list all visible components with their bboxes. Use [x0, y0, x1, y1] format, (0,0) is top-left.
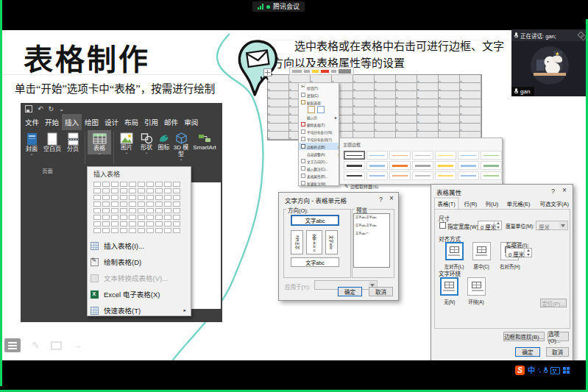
close-icon[interactable]: ×: [562, 186, 567, 194]
table-grid-cell[interactable]: [93, 188, 101, 193]
document-table-cell[interactable]: ¤: [417, 124, 439, 132]
table-grid-cell[interactable]: [111, 182, 118, 187]
slide-navigator-button[interactable]: [4, 338, 21, 352]
border-swatch[interactable]: [435, 161, 456, 170]
border-swatch[interactable]: [344, 171, 365, 180]
table-grid-cell[interactable]: [120, 195, 127, 200]
context-menu-item[interactable]: 平均分布各行(N): [299, 128, 339, 135]
keyboard-icon[interactable]: [550, 367, 560, 374]
table-grid-cell[interactable]: [120, 182, 127, 187]
document-table-cell[interactable]: ¤: [375, 107, 396, 115]
table-grid-cell[interactable]: [155, 228, 163, 233]
table-grid-cell[interactable]: [173, 202, 180, 207]
document-table-cell[interactable]: ¤: [439, 83, 460, 91]
page-break-button[interactable]: 分页: [63, 130, 82, 152]
document-table-cell[interactable]: ¤: [396, 107, 417, 115]
document-table-cell[interactable]: ¤: [439, 99, 460, 107]
document-table-cell[interactable]: ¤: [439, 124, 460, 132]
option-居中(C)[interactable]: 居中(C): [470, 242, 493, 271]
document-table-cell[interactable]: ¤: [396, 99, 417, 107]
table-grid-cell[interactable]: [155, 195, 163, 200]
table-grid-cell[interactable]: [102, 221, 110, 227]
table-grid-cell[interactable]: [111, 188, 118, 193]
document-table-cell[interactable]: ¤: [353, 124, 375, 132]
context-menu-item[interactable]: 边框样式(B)▸: [299, 143, 339, 150]
table-grid-cell[interactable]: [155, 208, 163, 213]
border-swatch[interactable]: [481, 161, 502, 170]
table-grid-cell[interactable]: [155, 182, 163, 187]
ribbon-tab-插入[interactable]: 插入: [62, 114, 82, 130]
table-grid-cell[interactable]: [102, 195, 110, 200]
table-grid-cell[interactable]: [93, 228, 101, 233]
context-menu-item[interactable]: 粘贴选项:: [299, 99, 339, 106]
document-table-cell[interactable]: ¤: [375, 75, 396, 83]
voice-input-icon[interactable]: [544, 367, 548, 374]
font-color-icon[interactable]: [321, 70, 329, 73]
table-grid-cell[interactable]: [111, 195, 118, 200]
table-grid-cell[interactable]: [129, 208, 136, 213]
menu-item[interactable]: 绘制表格(D): [88, 254, 191, 270]
option-环绕(A)[interactable]: 环绕(A): [465, 277, 487, 307]
table-grid-cell[interactable]: [138, 228, 145, 233]
table-grid-cell[interactable]: [146, 221, 154, 227]
save-icon[interactable]: [25, 105, 32, 113]
table-grid-cell[interactable]: [146, 195, 154, 200]
table-grid-cell[interactable]: [93, 195, 101, 200]
options-button[interactable]: 选项(O)...: [548, 332, 569, 341]
menu-item[interactable]: 快速表格(T)▸: [88, 302, 191, 318]
table-grid-cell[interactable]: [146, 202, 154, 207]
undo-icon[interactable]: ↶: [38, 104, 43, 114]
table-grid-cell[interactable]: [120, 215, 127, 220]
table-grid-cell[interactable]: [164, 228, 171, 233]
table-grid-cell[interactable]: [111, 208, 118, 213]
border-swatch[interactable]: [458, 161, 479, 170]
option-无(N)[interactable]: 无(N): [440, 277, 458, 307]
border-swatch[interactable]: [481, 151, 502, 160]
document-table-cell[interactable]: ¤: [439, 91, 460, 99]
border-swatch[interactable]: [458, 151, 479, 160]
context-menu-item[interactable]: 插入题注(C)...: [299, 165, 339, 172]
context-menu-item[interactable]: 复制(C): [299, 91, 339, 99]
qat-customize-icon[interactable]: ⌄: [59, 104, 65, 114]
document-table-cell[interactable]: ¤: [460, 124, 481, 132]
document-table-cell[interactable]: ¤: [439, 75, 460, 83]
ribbon-tab-开始[interactable]: 开始: [42, 114, 62, 130]
orientation-horizontal-option[interactable]: 文字abc: [291, 215, 339, 226]
document-table-cell[interactable]: ¤: [353, 91, 375, 99]
table-grid-cell[interactable]: [102, 202, 110, 207]
table-grid-cell[interactable]: [120, 202, 127, 207]
border-swatch[interactable]: [481, 171, 502, 180]
spinner-arrows-icon[interactable]: [494, 221, 501, 229]
redo-icon[interactable]: ↻: [49, 104, 54, 114]
border-swatch[interactable]: [389, 151, 411, 160]
document-table-cell[interactable]: ¤: [417, 107, 439, 115]
table-grid-cell[interactable]: [164, 182, 171, 187]
close-icon[interactable]: ×: [389, 194, 394, 202]
table-grid-cell[interactable]: [93, 182, 101, 187]
option-tile[interactable]: [440, 277, 458, 296]
styles-icon[interactable]: [339, 69, 351, 74]
table-grid-cell[interactable]: [102, 215, 110, 220]
ribbon-tab-引用[interactable]: 引用: [141, 114, 161, 130]
document-table-cell[interactable]: ¤: [353, 83, 375, 91]
document-table-cell[interactable]: ¤: [375, 83, 396, 91]
document-table-cell[interactable]: ¤: [460, 107, 481, 115]
ribbon-tab-邮件[interactable]: 邮件: [161, 114, 181, 130]
border-swatch[interactable]: [344, 161, 365, 170]
context-menu-item[interactable]: 插入(I)▸: [299, 113, 339, 121]
ribbon-tab-绘图[interactable]: 绘图: [82, 114, 102, 130]
paste-keep-format-icon[interactable]: [308, 106, 315, 113]
cancel-button[interactable]: 取消: [369, 287, 393, 296]
border-swatch[interactable]: [435, 171, 456, 180]
highlight-color-icon[interactable]: [312, 70, 319, 73]
table-grid-cell[interactable]: [111, 228, 118, 233]
context-menu-item[interactable]: 平均分布各列(Y): [299, 135, 339, 143]
smartart-button[interactable]: SmartArt: [191, 130, 219, 151]
table-grid-cell[interactable]: [164, 208, 171, 213]
table-grid-cell[interactable]: [164, 195, 171, 200]
pen-tool-icon[interactable]: ✎: [32, 340, 40, 351]
document-table-cell[interactable]: ¤: [460, 115, 481, 124]
document-table-cell[interactable]: ¤: [268, 124, 289, 132]
table-grid-cell[interactable]: [155, 215, 163, 220]
border-swatch[interactable]: [344, 151, 365, 160]
